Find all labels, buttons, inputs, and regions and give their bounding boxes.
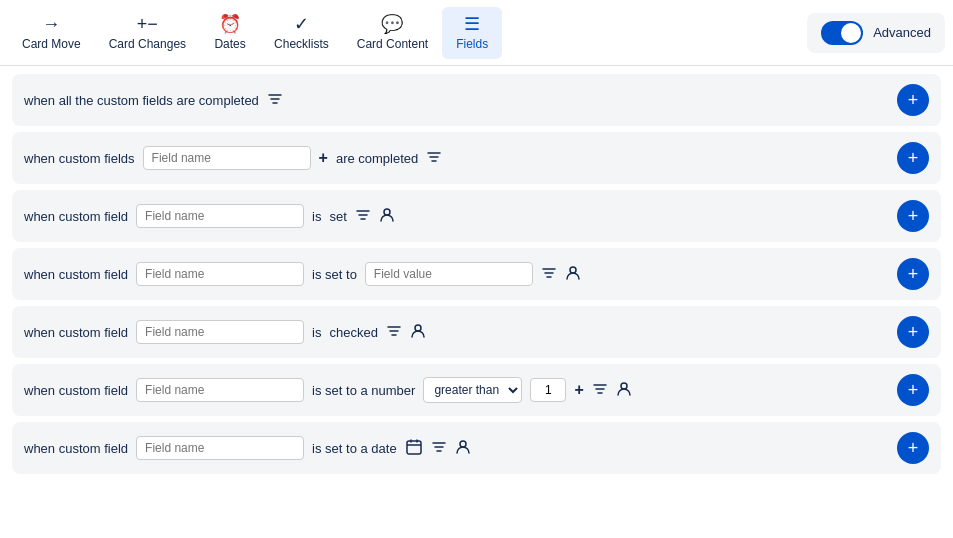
- rule5-text-after: checked: [329, 325, 377, 340]
- rule5-person-icon[interactable]: [410, 323, 426, 342]
- rule6-add-button[interactable]: +: [897, 374, 929, 406]
- rule4-text-before: when custom field: [24, 267, 128, 282]
- rule6-filter-icon[interactable]: [592, 381, 608, 400]
- rule5-text-middle: is: [312, 325, 321, 340]
- rule5-text-before: when custom field: [24, 325, 128, 340]
- advanced-toggle-switch[interactable]: [821, 21, 863, 45]
- svg-point-3: [621, 383, 627, 389]
- rule2-add-button[interactable]: +: [897, 142, 929, 174]
- rule5-field-input[interactable]: [136, 320, 304, 344]
- tab-fields-label: Fields: [456, 37, 488, 51]
- svg-point-1: [570, 267, 576, 273]
- rule-row-7: when custom field is set to a date +: [12, 422, 941, 474]
- rule6-number-input[interactable]: [530, 378, 566, 402]
- rule3-filter-icon[interactable]: [355, 207, 371, 226]
- rule-row-4: when custom field is set to +: [12, 248, 941, 300]
- speech-bubble-icon: 💬: [381, 15, 403, 33]
- rule4-text-middle: is set to: [312, 267, 357, 282]
- tab-card-move-label: Card Move: [22, 37, 81, 51]
- tab-card-content[interactable]: 💬 Card Content: [343, 7, 442, 59]
- rule7-calendar-icon[interactable]: [405, 438, 423, 459]
- advanced-label: Advanced: [873, 25, 931, 40]
- rules-container: when all the custom fields are completed…: [0, 66, 953, 482]
- rule3-person-icon[interactable]: [379, 207, 395, 226]
- rule4-filter-icon[interactable]: [541, 265, 557, 284]
- rule7-field-input[interactable]: [136, 436, 304, 460]
- rule-row-2: when custom fields + are completed +: [12, 132, 941, 184]
- rule-row-1: when all the custom fields are completed…: [12, 74, 941, 126]
- advanced-toggle-area: Advanced: [807, 13, 945, 53]
- tab-dates-label: Dates: [214, 37, 245, 51]
- tab-checklists[interactable]: ✓ Checklists: [260, 7, 343, 59]
- plus-minus-icon: +−: [137, 15, 158, 33]
- tab-fields[interactable]: ☰ Fields: [442, 7, 502, 59]
- tab-card-content-label: Card Content: [357, 37, 428, 51]
- clock-icon: ⏰: [219, 15, 241, 33]
- rule7-text-middle: is set to a date: [312, 441, 397, 456]
- svg-rect-4: [407, 441, 421, 454]
- rule4-add-button[interactable]: +: [897, 258, 929, 290]
- rule3-text-middle: is: [312, 209, 321, 224]
- rule6-text-middle: is set to a number: [312, 383, 415, 398]
- rule1-add-button[interactable]: +: [897, 84, 929, 116]
- tab-card-move[interactable]: → Card Move: [8, 7, 95, 59]
- rule-row-6: when custom field is set to a number gre…: [12, 364, 941, 416]
- rule6-plus-number-icon[interactable]: +: [574, 381, 583, 399]
- rule1-filter-icon[interactable]: [267, 91, 283, 110]
- tab-dates[interactable]: ⏰ Dates: [200, 7, 260, 59]
- rule3-text-after: set: [329, 209, 346, 224]
- arrow-right-icon: →: [42, 15, 60, 33]
- rule6-comparator-select[interactable]: greater than less than equal to: [423, 377, 522, 403]
- fields-menu-icon: ☰: [464, 15, 480, 33]
- rule-row-5: when custom field is checked +: [12, 306, 941, 358]
- rule7-text-before: when custom field: [24, 441, 128, 456]
- rule7-add-button[interactable]: +: [897, 432, 929, 464]
- rule3-field-input[interactable]: [136, 204, 304, 228]
- rule7-filter-icon[interactable]: [431, 439, 447, 458]
- check-icon: ✓: [294, 15, 309, 33]
- svg-point-5: [460, 441, 466, 447]
- tab-card-changes[interactable]: +− Card Changes: [95, 7, 200, 59]
- svg-point-0: [384, 209, 390, 215]
- rule2-text-after: are completed: [336, 151, 418, 166]
- rule6-text-before: when custom field: [24, 383, 128, 398]
- rule6-person-icon[interactable]: [616, 381, 632, 400]
- rule7-person-icon[interactable]: [455, 439, 471, 458]
- rule2-filter-icon[interactable]: [426, 149, 442, 168]
- rule5-filter-icon[interactable]: [386, 323, 402, 342]
- rule2-plus-icon[interactable]: +: [319, 149, 328, 167]
- rule3-text-before: when custom field: [24, 209, 128, 224]
- rule6-field-input[interactable]: [136, 378, 304, 402]
- tab-checklists-label: Checklists: [274, 37, 329, 51]
- rule4-field-input[interactable]: [136, 262, 304, 286]
- rule2-field-input[interactable]: [143, 146, 311, 170]
- rule4-value-input[interactable]: [365, 262, 533, 286]
- rule4-person-icon[interactable]: [565, 265, 581, 284]
- rule-row-3: when custom field is set +: [12, 190, 941, 242]
- tab-card-changes-label: Card Changes: [109, 37, 186, 51]
- rule3-add-button[interactable]: +: [897, 200, 929, 232]
- top-navigation: → Card Move +− Card Changes ⏰ Dates ✓ Ch…: [0, 0, 953, 66]
- rule2-text-before: when custom fields: [24, 151, 135, 166]
- rule1-text: when all the custom fields are completed: [24, 93, 259, 108]
- rule5-add-button[interactable]: +: [897, 316, 929, 348]
- svg-point-2: [415, 325, 421, 331]
